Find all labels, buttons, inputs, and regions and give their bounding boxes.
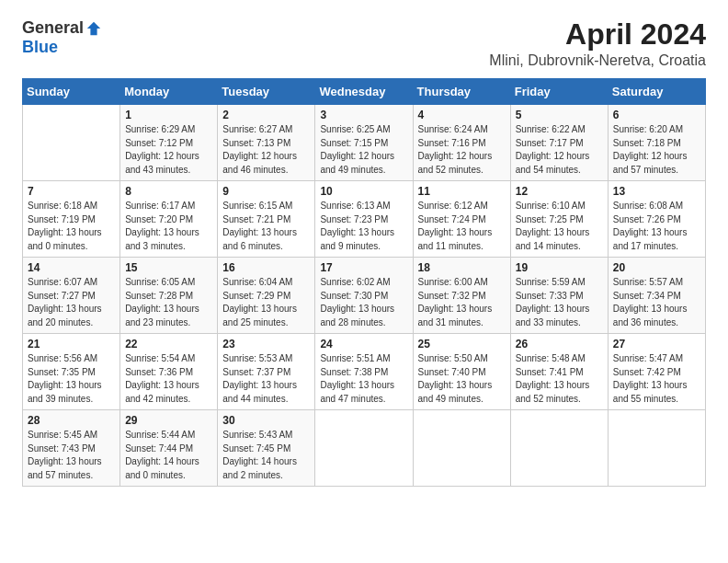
day-number: 27: [613, 338, 700, 350]
day-number: 26: [516, 338, 603, 350]
calendar-cell: 18Sunrise: 6:00 AM Sunset: 7:32 PM Dayli…: [413, 258, 510, 334]
calendar-cell: 8Sunrise: 6:17 AM Sunset: 7:20 PM Daylig…: [120, 181, 218, 258]
calendar-cell: 12Sunrise: 6:10 AM Sunset: 7:25 PM Dayli…: [510, 181, 608, 258]
day-info: Sunrise: 5:50 AM Sunset: 7:40 PM Dayligh…: [418, 352, 506, 406]
day-info: Sunrise: 6:00 AM Sunset: 7:32 PM Dayligh…: [418, 276, 506, 329]
day-number: 3: [320, 109, 407, 121]
calendar-table: SundayMondayTuesdayWednesdayThursdayFrid…: [22, 78, 706, 487]
day-number: 17: [320, 261, 407, 274]
calendar-cell: 23Sunrise: 5:53 AM Sunset: 7:37 PM Dayli…: [218, 334, 315, 410]
calendar-cell: 22Sunrise: 5:54 AM Sunset: 7:36 PM Dayli…: [120, 334, 218, 410]
calendar-cell: 25Sunrise: 5:50 AM Sunset: 7:40 PM Dayli…: [413, 334, 510, 410]
logo-blue-text: Blue: [22, 38, 58, 57]
calendar-cell: 27Sunrise: 5:47 AM Sunset: 7:42 PM Dayli…: [608, 334, 705, 410]
day-info: Sunrise: 6:12 AM Sunset: 7:24 PM Dayligh…: [418, 200, 506, 253]
day-number: 5: [516, 109, 603, 121]
day-number: 15: [125, 261, 212, 274]
day-info: Sunrise: 6:27 AM Sunset: 7:13 PM Dayligh…: [222, 123, 310, 177]
day-info: Sunrise: 5:45 AM Sunset: 7:43 PM Dayligh…: [28, 429, 115, 482]
day-info: Sunrise: 6:24 AM Sunset: 7:16 PM Dayligh…: [418, 123, 506, 177]
title-area: April 2024 Mlini, Dubrovnik-Neretva, Cro…: [489, 18, 706, 69]
calendar-cell: 2Sunrise: 6:27 AM Sunset: 7:13 PM Daylig…: [218, 105, 315, 181]
day-header-monday: Monday: [120, 79, 218, 105]
day-number: 11: [418, 185, 506, 198]
calendar-cell: 6Sunrise: 6:20 AM Sunset: 7:18 PM Daylig…: [608, 105, 705, 181]
calendar-cell: [413, 410, 510, 487]
day-number: 24: [320, 338, 407, 350]
day-header-saturday: Saturday: [608, 79, 705, 105]
header: General Blue April 2024 Mlini, Dubrovnik…: [22, 18, 706, 69]
day-number: 19: [516, 261, 603, 274]
day-info: Sunrise: 6:08 AM Sunset: 7:26 PM Dayligh…: [613, 200, 700, 253]
calendar-cell: 24Sunrise: 5:51 AM Sunset: 7:38 PM Dayli…: [315, 334, 413, 410]
day-info: Sunrise: 6:18 AM Sunset: 7:19 PM Dayligh…: [28, 200, 115, 253]
day-info: Sunrise: 6:17 AM Sunset: 7:20 PM Dayligh…: [125, 200, 212, 253]
day-number: 12: [516, 185, 603, 198]
day-header-friday: Friday: [510, 79, 608, 105]
day-header-thursday: Thursday: [413, 79, 510, 105]
calendar-cell: 15Sunrise: 6:05 AM Sunset: 7:28 PM Dayli…: [120, 258, 218, 334]
day-number: 18: [418, 261, 506, 274]
day-info: Sunrise: 6:07 AM Sunset: 7:27 PM Dayligh…: [28, 276, 115, 329]
day-info: Sunrise: 5:47 AM Sunset: 7:42 PM Dayligh…: [613, 352, 700, 406]
day-info: Sunrise: 6:10 AM Sunset: 7:25 PM Dayligh…: [516, 200, 603, 253]
day-number: 1: [125, 109, 212, 121]
day-number: 30: [222, 414, 310, 427]
calendar-cell: 13Sunrise: 6:08 AM Sunset: 7:26 PM Dayli…: [608, 181, 705, 258]
day-number: 20: [613, 261, 700, 274]
day-info: Sunrise: 6:20 AM Sunset: 7:18 PM Dayligh…: [613, 123, 700, 177]
calendar-cell: 9Sunrise: 6:15 AM Sunset: 7:21 PM Daylig…: [218, 181, 315, 258]
day-info: Sunrise: 5:54 AM Sunset: 7:36 PM Dayligh…: [125, 352, 212, 406]
day-info: Sunrise: 5:48 AM Sunset: 7:41 PM Dayligh…: [516, 352, 603, 406]
day-number: 14: [28, 261, 115, 274]
day-number: 22: [125, 338, 212, 350]
calendar-cell: 5Sunrise: 6:22 AM Sunset: 7:17 PM Daylig…: [510, 105, 608, 181]
day-number: 16: [222, 261, 310, 274]
calendar-cell: 10Sunrise: 6:13 AM Sunset: 7:23 PM Dayli…: [315, 181, 413, 258]
day-number: 13: [613, 185, 700, 198]
day-info: Sunrise: 5:53 AM Sunset: 7:37 PM Dayligh…: [222, 352, 310, 406]
day-info: Sunrise: 5:51 AM Sunset: 7:38 PM Dayligh…: [320, 352, 407, 406]
day-header-tuesday: Tuesday: [218, 79, 315, 105]
day-info: Sunrise: 6:02 AM Sunset: 7:30 PM Dayligh…: [320, 276, 407, 329]
logo-general-text: General: [22, 18, 84, 38]
calendar-cell: 16Sunrise: 6:04 AM Sunset: 7:29 PM Dayli…: [218, 258, 315, 334]
day-info: Sunrise: 6:29 AM Sunset: 7:12 PM Dayligh…: [125, 123, 212, 177]
calendar-cell: [608, 410, 705, 487]
day-header-wednesday: Wednesday: [315, 79, 413, 105]
day-info: Sunrise: 5:56 AM Sunset: 7:35 PM Dayligh…: [28, 352, 115, 406]
day-header-sunday: Sunday: [23, 79, 120, 105]
calendar-cell: 30Sunrise: 5:43 AM Sunset: 7:45 PM Dayli…: [218, 410, 315, 487]
day-number: 25: [418, 338, 506, 350]
day-number: 2: [222, 109, 310, 121]
calendar-cell: 26Sunrise: 5:48 AM Sunset: 7:41 PM Dayli…: [510, 334, 608, 410]
day-number: 8: [125, 185, 212, 198]
calendar-cell: [315, 410, 413, 487]
day-number: 4: [418, 109, 506, 121]
calendar-cell: 17Sunrise: 6:02 AM Sunset: 7:30 PM Dayli…: [315, 258, 413, 334]
calendar-cell: [510, 410, 608, 487]
day-number: 7: [28, 185, 115, 198]
day-number: 23: [222, 338, 310, 350]
day-number: 29: [125, 414, 212, 427]
calendar-cell: 7Sunrise: 6:18 AM Sunset: 7:19 PM Daylig…: [23, 181, 120, 258]
calendar-cell: 20Sunrise: 5:57 AM Sunset: 7:34 PM Dayli…: [608, 258, 705, 334]
calendar-cell: [23, 105, 120, 181]
day-info: Sunrise: 5:59 AM Sunset: 7:33 PM Dayligh…: [516, 276, 603, 329]
calendar-title: April 2024: [489, 18, 706, 51]
day-info: Sunrise: 6:15 AM Sunset: 7:21 PM Dayligh…: [222, 200, 310, 253]
calendar-cell: 21Sunrise: 5:56 AM Sunset: 7:35 PM Dayli…: [23, 334, 120, 410]
calendar-cell: 1Sunrise: 6:29 AM Sunset: 7:12 PM Daylig…: [120, 105, 218, 181]
svg-marker-0: [87, 21, 100, 34]
calendar-cell: 19Sunrise: 5:59 AM Sunset: 7:33 PM Dayli…: [510, 258, 608, 334]
day-number: 9: [222, 185, 310, 198]
day-info: Sunrise: 5:57 AM Sunset: 7:34 PM Dayligh…: [613, 276, 700, 329]
day-number: 6: [613, 109, 700, 121]
logo-icon: [85, 20, 102, 37]
day-info: Sunrise: 6:22 AM Sunset: 7:17 PM Dayligh…: [516, 123, 603, 177]
calendar-cell: 3Sunrise: 6:25 AM Sunset: 7:15 PM Daylig…: [315, 105, 413, 181]
calendar-cell: 29Sunrise: 5:44 AM Sunset: 7:44 PM Dayli…: [120, 410, 218, 487]
calendar-cell: 4Sunrise: 6:24 AM Sunset: 7:16 PM Daylig…: [413, 105, 510, 181]
day-number: 28: [28, 414, 115, 427]
day-info: Sunrise: 6:04 AM Sunset: 7:29 PM Dayligh…: [222, 276, 310, 329]
